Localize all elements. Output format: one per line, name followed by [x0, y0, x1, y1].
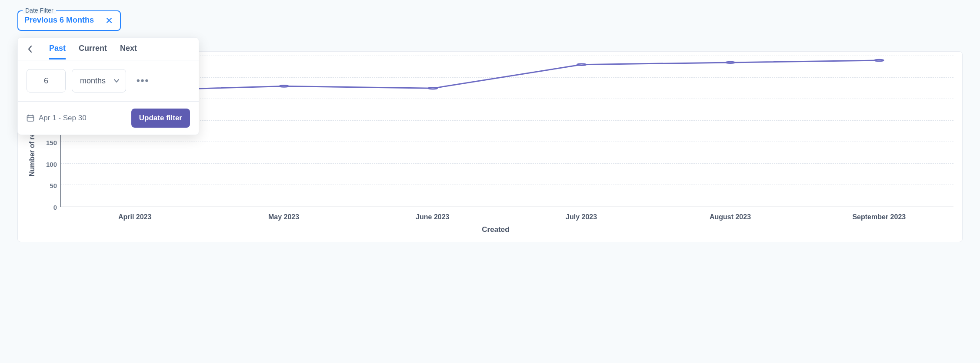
- data-point[interactable]: [726, 62, 735, 63]
- date-filter-value: Previous 6 Months: [24, 16, 94, 25]
- data-point[interactable]: [280, 86, 289, 87]
- data-point[interactable]: [875, 59, 884, 61]
- update-filter-button[interactable]: Update filter: [131, 109, 190, 128]
- tab-next[interactable]: Next: [120, 39, 137, 59]
- x-tick-label: June 2023: [358, 213, 507, 221]
- y-tick-label: 100: [46, 160, 57, 168]
- popover-footer: Apr 1 - Sep 30 Update filter: [18, 102, 199, 135]
- x-tick-label: August 2023: [656, 213, 804, 221]
- popover-body: months •••: [18, 60, 199, 102]
- period-unit-label: months: [80, 76, 106, 86]
- y-tick-label: 0: [53, 204, 57, 211]
- x-axis-label: Created: [38, 225, 953, 234]
- x-tick-label: May 2023: [209, 213, 358, 221]
- clear-filter-icon[interactable]: [104, 17, 114, 23]
- data-point[interactable]: [577, 64, 586, 65]
- date-filter-field[interactable]: Date Filter Previous 6 Months: [17, 10, 121, 31]
- x-tick-label: September 2023: [805, 213, 953, 221]
- y-tick-label: 150: [46, 139, 57, 146]
- y-tick-label: 50: [50, 182, 57, 189]
- svg-rect-0: [27, 116, 34, 121]
- calendar-icon: [27, 114, 34, 122]
- data-point[interactable]: [428, 88, 437, 89]
- popover-tabs: Past Current Next: [18, 38, 199, 60]
- date-filter-popover: Past Current Next months •••: [17, 37, 199, 135]
- period-count-input[interactable]: [27, 69, 66, 92]
- tab-past[interactable]: Past: [49, 39, 66, 59]
- more-options-icon[interactable]: •••: [132, 71, 153, 91]
- x-tick-label: April 2023: [60, 213, 209, 221]
- chevron-down-icon: [113, 79, 120, 83]
- tab-current[interactable]: Current: [79, 39, 107, 59]
- chart-line: [135, 60, 879, 90]
- x-tick-label: July 2023: [507, 213, 656, 221]
- date-filter-legend: Date Filter: [23, 7, 56, 14]
- back-icon[interactable]: [24, 45, 36, 53]
- date-range-text: Apr 1 - Sep 30: [39, 114, 87, 122]
- period-unit-select[interactable]: months: [72, 69, 126, 92]
